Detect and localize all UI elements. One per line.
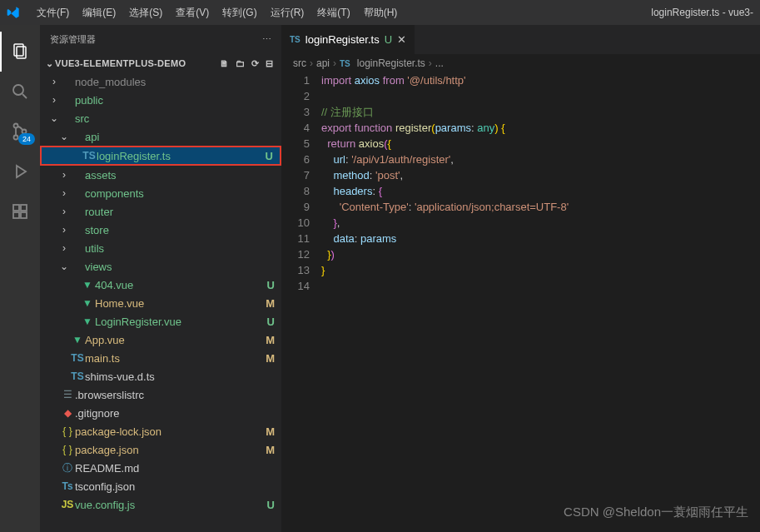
tab-status: U (385, 33, 392, 46)
tree-label: package-lock.json (75, 425, 261, 438)
tree-item-loginRegister.ts[interactable]: TSloginRegister.tsU (40, 146, 281, 166)
activity-explorer[interactable] (0, 32, 40, 72)
svg-rect-10 (21, 212, 27, 218)
tree-label: App.vue (85, 334, 261, 346)
tree-label: components (85, 187, 261, 200)
tree-label: tsconfig.json (75, 480, 261, 493)
tree-label: package.json (75, 444, 261, 456)
tree-item-views[interactable]: ⌄views (40, 257, 281, 276)
breadcrumb-item[interactable]: loginRegister.ts (357, 57, 425, 69)
ts-icon: TS (340, 59, 350, 68)
tree-label: README.md (75, 462, 261, 475)
menu-终端(T)[interactable]: 终端(T) (310, 6, 356, 20)
new-file-icon[interactable]: 🗎 (220, 58, 229, 69)
twisty-icon: › (58, 242, 70, 254)
tree-item-Home.vue[interactable]: ▼Home.vueM (40, 294, 281, 312)
code-lines[interactable]: import axios from '@/utils/http' // 注册接口… (321, 72, 760, 532)
menu-items: 文件(F)编辑(E)选择(S)查看(V)转到(G)运行(R)终端(T)帮助(H) (30, 6, 404, 20)
tsconf-icon: Ts (60, 480, 75, 492)
sidebar-more-icon[interactable]: ⋯ (262, 34, 271, 45)
tree-item-src[interactable]: ⌄src (40, 109, 281, 127)
breadcrumb-item[interactable]: ... (435, 57, 444, 69)
git-status: M (261, 352, 275, 365)
json-icon: { } (60, 425, 75, 437)
tree-item-README.md[interactable]: ⓘREADME.md (40, 459, 281, 477)
git-status: M (261, 425, 275, 438)
ts-icon: TS (290, 35, 301, 44)
menu-转到(G)[interactable]: 转到(G) (216, 6, 263, 20)
ts-icon: TS (70, 370, 85, 382)
git-status: M (261, 444, 275, 456)
git-status: M (261, 334, 275, 346)
twisty-icon: › (58, 206, 70, 217)
breadcrumb-item[interactable]: api (316, 57, 330, 69)
tree-item-router[interactable]: ›router (40, 202, 281, 221)
tree-item-utils[interactable]: ›utils (40, 239, 281, 257)
svg-rect-11 (21, 205, 27, 211)
close-icon[interactable]: ✕ (397, 33, 406, 46)
menu-帮助(H)[interactable]: 帮助(H) (357, 6, 405, 20)
tree-label: vue.config.js (75, 499, 261, 511)
git-icon: ◆ (60, 407, 75, 419)
tree-item-package-lock.json[interactable]: { }package-lock.jsonM (40, 422, 281, 440)
tree-item-public[interactable]: ›public (40, 91, 281, 109)
conf-icon: ☰ (60, 389, 75, 400)
code-editor[interactable]: 1234567891011121314 import axios from '@… (281, 72, 760, 532)
tree-item-vue.config.js[interactable]: JSvue.config.jsU (40, 495, 281, 514)
explorer-section-header[interactable]: ⌄ VUE3-ELEMENTPLUS-DEMO 🗎 🗀 ⟳ ⊟ (40, 54, 281, 72)
activity-extensions[interactable] (0, 191, 40, 231)
tree-item-.gitignore[interactable]: ◆.gitignore (40, 404, 281, 422)
svg-point-4 (14, 124, 18, 128)
tree-label: src (75, 112, 261, 125)
twisty-icon: › (58, 224, 70, 236)
menu-运行(R)[interactable]: 运行(R) (264, 6, 311, 20)
tree-label: LoginRegister.vue (95, 316, 261, 328)
svg-rect-8 (13, 205, 19, 211)
collapse-all-icon[interactable]: ⊟ (266, 58, 273, 69)
refresh-icon[interactable]: ⟳ (251, 58, 259, 69)
tree-label: assets (85, 169, 261, 181)
activity-debug[interactable] (0, 152, 40, 191)
tab-label: loginRegister.ts (305, 33, 380, 46)
tree-label: shims-vue.d.ts (85, 370, 261, 383)
tree-item-package.json[interactable]: { }package.jsonM (40, 440, 281, 459)
tree-item-App.vue[interactable]: ▼App.vueM (40, 331, 281, 349)
tree-item-components[interactable]: ›components (40, 184, 281, 202)
sidebar-header: 资源管理器 ⋯ (40, 25, 281, 54)
tree-item-assets[interactable]: ›assets (40, 166, 281, 184)
tree-item-404.vue[interactable]: ▼404.vueU (40, 276, 281, 294)
new-folder-icon[interactable]: 🗀 (236, 58, 245, 69)
tree-label: node_modules (75, 76, 261, 88)
menubar: 文件(F)编辑(E)选择(S)查看(V)转到(G)运行(R)终端(T)帮助(H)… (0, 0, 760, 25)
tree-item-api[interactable]: ⌄api (40, 127, 281, 146)
editor-tabs: TS loginRegister.ts U ✕ (281, 25, 760, 54)
breadcrumb-item[interactable]: src (293, 57, 306, 69)
menu-选择(S)[interactable]: 选择(S) (122, 6, 169, 20)
menu-查看(V)[interactable]: 查看(V) (169, 6, 216, 20)
breadcrumb[interactable]: src›api›TSloginRegister.ts›... (281, 54, 760, 72)
svg-rect-1 (17, 47, 26, 58)
tree-label: 404.vue (95, 279, 261, 291)
tree-label: router (85, 206, 261, 218)
tree-item-store[interactable]: ›store (40, 221, 281, 239)
ts-icon: TS (82, 150, 97, 162)
menu-编辑(E)[interactable]: 编辑(E) (76, 6, 122, 20)
activity-search[interactable] (0, 72, 40, 112)
tree-item-.browserslistrc[interactable]: ☰.browserslistrc (40, 385, 281, 404)
line-numbers: 1234567891011121314 (281, 72, 321, 532)
tab-loginregister[interactable]: TS loginRegister.ts U ✕ (281, 25, 415, 54)
tree-item-node_modules[interactable]: ›node_modules (40, 72, 281, 91)
activity-scm[interactable]: 24 (0, 112, 40, 152)
tree-item-LoginRegister.vue[interactable]: ▼LoginRegister.vueU (40, 312, 281, 331)
twisty-icon: › (48, 94, 60, 106)
editor-area: TS loginRegister.ts U ✕ src›api›TSloginR… (281, 25, 760, 532)
git-status: U (260, 150, 273, 162)
tree-item-shims-vue.d.ts[interactable]: TSshims-vue.d.ts (40, 367, 281, 385)
menu-文件(F)[interactable]: 文件(F) (30, 6, 76, 20)
git-status: M (261, 297, 275, 310)
tree-item-main.ts[interactable]: TSmain.tsM (40, 349, 281, 367)
tree-item-tsconfig.json[interactable]: Tstsconfig.json (40, 477, 281, 495)
js-icon: JS (60, 499, 75, 510)
sidebar: 资源管理器 ⋯ ⌄ VUE3-ELEMENTPLUS-DEMO 🗎 🗀 ⟳ ⊟ … (40, 25, 281, 532)
vscode-logo-icon (7, 6, 20, 19)
